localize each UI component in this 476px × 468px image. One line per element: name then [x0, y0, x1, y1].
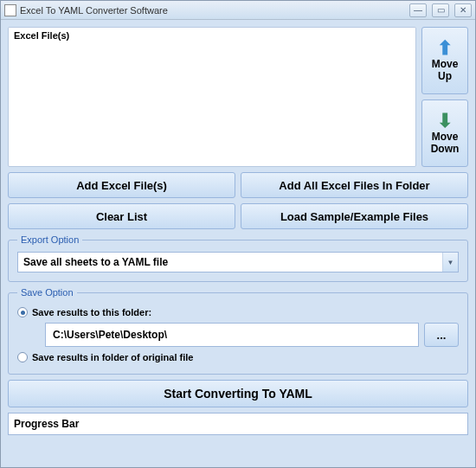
save-original-folder-radio[interactable] — [17, 352, 28, 362]
arrow-down-icon: ⬇ — [437, 112, 453, 131]
save-to-folder-label: Save results to this folder: — [32, 307, 151, 317]
browse-folder-button[interactable]: ... — [424, 323, 459, 347]
app-icon — [4, 4, 16, 16]
close-button[interactable]: ✕ — [454, 3, 472, 17]
app-window: Excel To YAML Converter Software — ▭ ✕ E… — [0, 0, 476, 468]
save-original-folder-label: Save results in folder of original file — [32, 352, 193, 362]
client-area: Excel File(s) ⬆ Move Up ⬇ Move Down Add … — [1, 20, 475, 467]
export-option-legend: Export Option — [17, 234, 82, 245]
progress-label: Progress Bar — [14, 418, 79, 430]
arrow-up-icon: ⬆ — [437, 39, 453, 58]
export-select-wrap: Save all sheets to a YAML file ▼ — [17, 252, 459, 272]
add-all-files-folder-button[interactable]: Add All Excel Files In Folder — [241, 172, 468, 198]
save-to-folder-radio-row[interactable]: Save results to this folder: — [17, 307, 459, 317]
maximize-button[interactable]: ▭ — [432, 3, 449, 17]
start-converting-button[interactable]: Start Converting To YAML — [8, 380, 468, 407]
clear-list-button[interactable]: Clear List — [8, 203, 235, 229]
folder-path-value: C:\Users\Pete\Desktop\ — [53, 329, 167, 341]
titlebar: Excel To YAML Converter Software — ▭ ✕ — [1, 1, 475, 20]
save-option-group: Save Option Save results to this folder:… — [8, 287, 468, 375]
file-list-row: Excel File(s) ⬆ Move Up ⬇ Move Down — [8, 27, 468, 167]
list-column-header: Excel File(s) — [9, 28, 415, 43]
move-down-label: Move Down — [431, 131, 460, 156]
add-excel-files-button[interactable]: Add Excel File(s) — [8, 172, 235, 198]
folder-path-row: C:\Users\Pete\Desktop\ ... — [45, 323, 459, 347]
progress-bar: Progress Bar — [8, 413, 468, 435]
move-buttons-column: ⬆ Move Up ⬇ Move Down — [421, 27, 468, 167]
folder-path-input[interactable]: C:\Users\Pete\Desktop\ — [45, 323, 419, 347]
window-title: Excel To YAML Converter Software — [20, 5, 404, 16]
export-option-group: Export Option Save all sheets to a YAML … — [8, 234, 468, 282]
minimize-button[interactable]: — — [409, 3, 427, 17]
move-up-button[interactable]: ⬆ Move Up — [421, 27, 468, 94]
chevron-down-icon: ▼ — [442, 253, 458, 272]
export-option-select[interactable]: Save all sheets to a YAML file ▼ — [17, 252, 459, 272]
save-option-legend: Save Option — [17, 287, 77, 298]
save-original-folder-radio-row[interactable]: Save results in folder of original file — [17, 352, 459, 362]
save-to-folder-radio[interactable] — [17, 307, 28, 317]
move-down-button[interactable]: ⬇ Move Down — [421, 99, 468, 167]
load-sample-files-button[interactable]: Load Sample/Example Files — [241, 203, 468, 229]
action-buttons-grid: Add Excel File(s) Add All Excel Files In… — [8, 172, 468, 229]
excel-file-list[interactable]: Excel File(s) — [8, 27, 416, 167]
export-option-selected: Save all sheets to a YAML file — [23, 256, 168, 268]
move-up-label: Move Up — [432, 58, 459, 83]
